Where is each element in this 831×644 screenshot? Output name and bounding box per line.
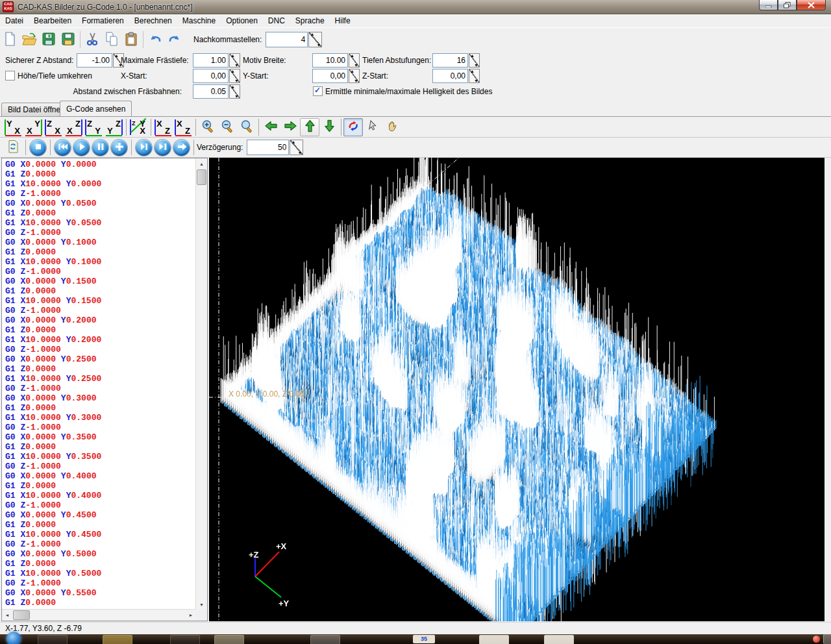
gcode-horizontal-scrollbar[interactable]: ◄ ► xyxy=(2,609,196,621)
menu-sprache[interactable]: Sprache xyxy=(290,14,330,27)
gcode-line: G1 Z0.0000 xyxy=(5,286,195,296)
play-pause-button[interactable] xyxy=(155,140,171,156)
zoom-button[interactable] xyxy=(237,118,256,136)
redo-arrow-icon xyxy=(167,31,182,49)
menu-optionen[interactable]: Optionen xyxy=(221,14,263,27)
x-start-spinner[interactable]: ▲▼ xyxy=(229,69,240,83)
view-z-y[interactable]: ZY xyxy=(84,118,103,136)
restore-button[interactable] xyxy=(778,0,797,10)
safe-z-input[interactable] xyxy=(77,53,112,68)
max-depth-spinner[interactable]: ▲▼ xyxy=(229,53,240,68)
save-button[interactable] xyxy=(39,30,58,49)
axis-letter: Y xyxy=(107,127,113,134)
new-button[interactable] xyxy=(0,30,19,49)
scroll-right-button[interactable]: ► xyxy=(186,610,196,621)
motif-width-input[interactable] xyxy=(312,53,348,68)
copy-button[interactable] xyxy=(102,30,121,49)
gcode-list[interactable]: G0 X0.0000 Y0.0000G1 Z0.0000G1 X10.0000 … xyxy=(5,160,195,608)
delay-input[interactable] xyxy=(247,140,289,155)
rotate-view-button[interactable] xyxy=(343,118,363,136)
minimize-button[interactable] xyxy=(759,0,778,10)
z-start-input[interactable] xyxy=(432,69,468,83)
step-forward-button[interactable] xyxy=(173,140,190,156)
cut-button[interactable] xyxy=(82,30,102,49)
decimals-input[interactable] xyxy=(266,32,308,47)
pan-up-button[interactable] xyxy=(300,118,319,136)
taskbar-app-button[interactable] xyxy=(544,635,574,644)
vertical-scroll-thumb[interactable] xyxy=(197,169,206,185)
scroll-up-button[interactable]: ▲ xyxy=(196,158,207,169)
axis-letter: X xyxy=(27,127,32,134)
menu-berechnen[interactable]: Berechnen xyxy=(129,14,177,27)
skip-end-button[interactable] xyxy=(136,140,152,156)
close-button[interactable] xyxy=(797,0,826,10)
save-as-button[interactable] xyxy=(58,30,78,49)
start-button[interactable] xyxy=(6,632,21,644)
invert-depth-checkbox[interactable] xyxy=(5,71,15,80)
show-desktop-button[interactable] xyxy=(823,634,831,644)
horizontal-scroll-thumb[interactable] xyxy=(13,610,30,620)
scroll-down-button[interactable]: ▼ xyxy=(196,599,207,610)
taskbar-app-button[interactable] xyxy=(170,635,200,644)
view-x-z-rot-right[interactable]: XZ xyxy=(174,118,193,136)
view-y-z[interactable]: YZ xyxy=(105,118,123,136)
pan-right-button[interactable] xyxy=(280,118,300,136)
invert-depth-label: Höhe/Tiefe umkehren xyxy=(18,71,92,80)
add-button[interactable] xyxy=(111,140,127,156)
path-distance-input[interactable] xyxy=(193,84,229,99)
select-cursor-button[interactable] xyxy=(363,118,382,136)
regenerate-button[interactable] xyxy=(5,140,21,156)
view-z-x[interactable]: ZX xyxy=(44,118,63,136)
gcode-line: G1 Z0.0000 xyxy=(5,325,195,335)
max-depth-input[interactable] xyxy=(193,53,229,68)
view-x-z-rot-left[interactable]: XZ xyxy=(154,118,173,136)
menu-dnc[interactable]: DNC xyxy=(263,14,290,27)
gcode-line: G1 Z0.0000 xyxy=(5,598,195,608)
path-distance-spinner[interactable]: ▲▼ xyxy=(229,84,240,99)
stop-button[interactable] xyxy=(30,140,46,156)
menu-datei[interactable]: Datei xyxy=(0,14,29,27)
pan-down-button[interactable] xyxy=(319,118,339,136)
taskbar-app-button[interactable] xyxy=(38,635,68,644)
skip-start-button[interactable] xyxy=(55,140,71,156)
taskbar-app-button[interactable] xyxy=(479,635,509,644)
play-button[interactable] xyxy=(73,140,90,156)
pan-hand-button[interactable] xyxy=(382,118,402,136)
y-start-input[interactable] xyxy=(312,69,348,83)
gcode-line: G0 X0.0000 Y0.5500 xyxy=(5,588,195,598)
pause-button[interactable] xyxy=(92,140,108,156)
view-y-x[interactable]: YX xyxy=(4,118,23,136)
menu-hilfe[interactable]: Hilfe xyxy=(330,14,356,27)
menu-formatieren[interactable]: Formatieren xyxy=(77,14,129,27)
zoom-in-button[interactable] xyxy=(198,118,217,136)
decimals-spinner[interactable]: ▲▼ xyxy=(308,32,322,47)
taskbar-app-button[interactable] xyxy=(103,635,132,644)
taskbar-app-button[interactable] xyxy=(310,635,340,644)
menu-maschine[interactable]: Maschine xyxy=(177,14,221,27)
tray-badge[interactable]: 35 xyxy=(413,635,435,643)
x-start-input[interactable] xyxy=(193,69,229,83)
tab-gcode-ansehen[interactable]: G-Code ansehen xyxy=(60,101,132,116)
view-iso[interactable]: ZYX xyxy=(129,118,148,136)
depth-steps-input[interactable] xyxy=(432,53,468,68)
redo-button[interactable] xyxy=(165,30,184,49)
undo-button[interactable] xyxy=(145,30,165,49)
scroll-left-button[interactable]: ◄ xyxy=(2,610,12,621)
tray-icon[interactable] xyxy=(813,636,820,643)
gcode-vertical-scrollbar[interactable]: ▲ ▼ xyxy=(195,158,207,610)
delay-spinner[interactable]: ▲▼ xyxy=(290,140,303,155)
pan-left-button[interactable] xyxy=(261,118,280,136)
gcode-3d-view[interactable] xyxy=(209,158,825,621)
paste-button[interactable] xyxy=(121,30,141,49)
brightness-checkbox[interactable] xyxy=(313,86,323,96)
y-start-spinner[interactable]: ▲▼ xyxy=(349,69,360,83)
depth-steps-spinner[interactable]: ▲▼ xyxy=(469,53,480,68)
motif-width-spinner[interactable]: ▲▼ xyxy=(349,53,360,68)
menu-bearbeiten[interactable]: Bearbeiten xyxy=(29,14,77,27)
open-button[interactable] xyxy=(19,30,39,49)
view-x-y[interactable]: XY xyxy=(24,118,43,136)
z-start-spinner[interactable]: ▲▼ xyxy=(469,69,480,83)
view-x-z[interactable]: XZ xyxy=(64,118,83,136)
zoom-out-button[interactable] xyxy=(217,118,237,136)
taskbar-app-button[interactable] xyxy=(214,635,244,644)
